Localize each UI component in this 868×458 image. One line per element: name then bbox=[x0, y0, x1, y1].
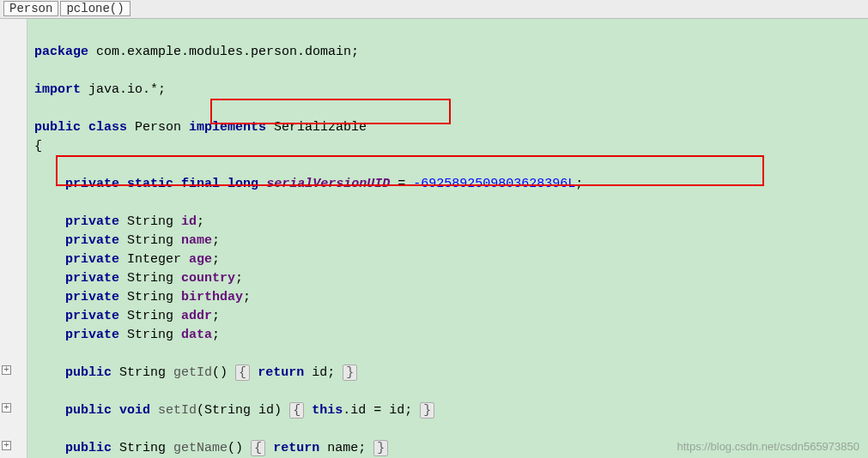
keyword-private: private bbox=[65, 233, 119, 248]
semicolon: ; bbox=[575, 177, 583, 191]
keyword-public: public bbox=[65, 441, 112, 455]
keyword-import: import bbox=[34, 82, 81, 97]
fold-brace[interactable]: { bbox=[251, 440, 265, 456]
semicolon: ; bbox=[212, 233, 220, 248]
keyword-static: static bbox=[127, 177, 173, 191]
code-line: private String data; bbox=[34, 328, 220, 342]
code-line: private Integer age; bbox=[34, 252, 220, 267]
code-line: private static final long serialVersionU… bbox=[34, 177, 583, 191]
type-string: String bbox=[127, 290, 173, 304]
semicolon: ; bbox=[212, 328, 220, 342]
brace: { bbox=[34, 139, 42, 154]
keyword-package: package bbox=[34, 45, 88, 59]
keyword-private: private bbox=[65, 271, 119, 286]
breadcrumb-class[interactable]: Person bbox=[3, 1, 58, 16]
semicolon: ; bbox=[197, 214, 204, 229]
field-country: country bbox=[181, 271, 235, 286]
sig: () bbox=[228, 441, 251, 455]
serial-uid-value: -6925892509803628396L bbox=[413, 177, 575, 191]
type-string: String bbox=[119, 441, 166, 455]
semicolon: ; bbox=[212, 309, 220, 323]
body: .id = id; bbox=[343, 403, 420, 418]
serial-uid-field: serialVersionUID bbox=[266, 177, 390, 191]
code-line: private String country; bbox=[34, 271, 243, 286]
code-line: import java.io.*; bbox=[34, 82, 166, 97]
sig: (String id) bbox=[197, 403, 289, 418]
code-line: private String birthday; bbox=[34, 290, 251, 304]
code-line: public String getId() { return id; } bbox=[34, 365, 357, 381]
type-string: String bbox=[127, 328, 173, 342]
field-age: age bbox=[189, 252, 212, 267]
keyword-public: public bbox=[65, 365, 112, 380]
method-setid: setId bbox=[158, 403, 197, 418]
code-line: private String addr; bbox=[34, 309, 220, 323]
keyword-private: private bbox=[65, 328, 119, 342]
code-line: private String name; bbox=[34, 233, 220, 248]
keyword-implements: implements bbox=[189, 120, 266, 135]
keyword-private: private bbox=[65, 309, 119, 323]
code-line: package com.example.modules.person.domai… bbox=[34, 45, 359, 59]
code-line: public String getName() { return name; } bbox=[34, 440, 388, 456]
fold-brace[interactable]: } bbox=[373, 440, 388, 456]
type-string: String bbox=[119, 365, 166, 380]
code-line: { bbox=[34, 139, 42, 154]
field-name: name bbox=[181, 233, 212, 248]
type-string: String bbox=[127, 309, 173, 323]
fold-brace[interactable]: } bbox=[420, 402, 434, 419]
keyword-private: private bbox=[65, 252, 119, 267]
fold-icon[interactable]: + bbox=[2, 403, 11, 413]
method-getname: getName bbox=[173, 441, 228, 455]
keyword-public: public bbox=[34, 120, 81, 135]
import-path: java.io.*; bbox=[81, 82, 166, 97]
keyword-private: private bbox=[65, 214, 119, 229]
fold-brace[interactable]: { bbox=[289, 402, 304, 419]
code-line: public void setId(String id) { this.id =… bbox=[34, 402, 434, 419]
code-line: public class Person implements Serializa… bbox=[34, 120, 367, 135]
field-id: id bbox=[181, 214, 197, 229]
keyword-return: return bbox=[273, 441, 319, 455]
keyword-private: private bbox=[65, 290, 119, 304]
semicolon: ; bbox=[235, 271, 243, 286]
fold-brace[interactable]: } bbox=[343, 365, 357, 381]
breadcrumb-method[interactable]: pclone() bbox=[60, 1, 130, 16]
type-string: String bbox=[127, 214, 173, 229]
fold-icon[interactable]: + bbox=[2, 365, 11, 375]
fold-icon[interactable]: + bbox=[2, 441, 11, 450]
equals: = bbox=[390, 177, 413, 191]
field-birthday: birthday bbox=[181, 290, 243, 304]
type-string: String bbox=[127, 233, 173, 248]
keyword-final: final bbox=[181, 177, 220, 191]
gutter: + + + bbox=[0, 19, 27, 458]
body: name; bbox=[319, 441, 373, 455]
field-addr: addr bbox=[181, 309, 212, 323]
breadcrumb: Person pclone() bbox=[0, 0, 868, 19]
keyword-this: this bbox=[312, 403, 343, 418]
serializable: Serializable bbox=[266, 120, 367, 135]
keyword-return: return bbox=[258, 365, 304, 380]
class-name: Person bbox=[127, 120, 189, 135]
fold-brace[interactable]: { bbox=[235, 365, 250, 381]
type-string: String bbox=[127, 271, 173, 286]
keyword-class: class bbox=[88, 120, 127, 135]
type-integer: Integer bbox=[127, 252, 181, 267]
semicolon: ; bbox=[243, 290, 251, 304]
field-data: data bbox=[181, 328, 212, 342]
code-editor[interactable]: package com.example.modules.person.domai… bbox=[27, 19, 868, 458]
sig: () bbox=[212, 365, 235, 380]
keyword-long: long bbox=[228, 177, 258, 191]
keyword-void: void bbox=[119, 403, 150, 418]
method-getid: getId bbox=[173, 365, 212, 380]
package-path: com.example.modules.person.domain; bbox=[88, 45, 359, 59]
body: id; bbox=[304, 365, 343, 380]
editor-area: + + + package com.example.modules.person… bbox=[0, 19, 868, 458]
keyword-public: public bbox=[65, 403, 112, 418]
semicolon: ; bbox=[212, 252, 220, 267]
code-line: private String id; bbox=[34, 214, 204, 229]
keyword-private: private bbox=[65, 177, 119, 191]
